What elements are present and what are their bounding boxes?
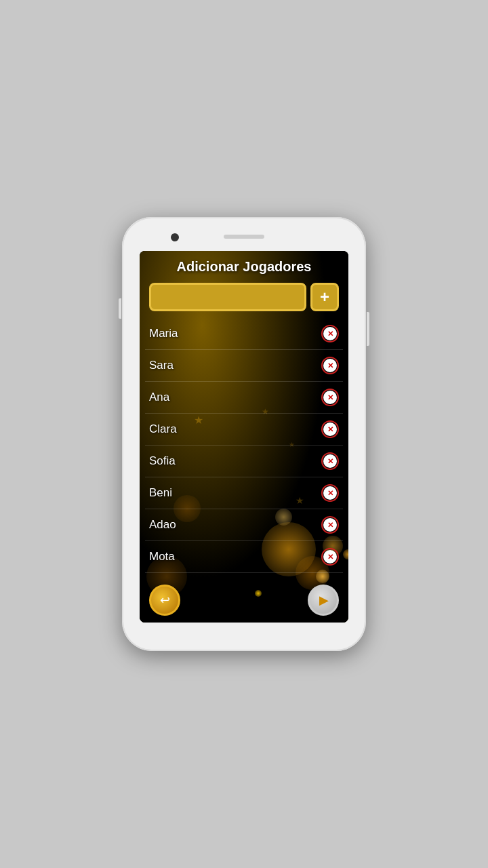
player-row: Sofia✕	[145, 446, 343, 477]
close-icon: ✕	[327, 330, 333, 338]
player-name: Adao	[149, 518, 176, 532]
back-arrow-icon: ↩	[160, 593, 170, 608]
player-name: Sofia	[149, 454, 176, 468]
close-icon: ✕	[327, 393, 333, 402]
page-title: Adicionar Jogadores	[146, 259, 342, 275]
remove-player-button[interactable]: ✕	[321, 484, 339, 502]
player-name: Clara	[149, 422, 177, 436]
player-row: Mota✕	[145, 541, 343, 573]
player-row: Sara✕	[145, 350, 343, 382]
player-row: Clara✕	[145, 414, 343, 446]
bottom-bar: ↩ ▶	[140, 579, 348, 623]
add-player-button[interactable]: +	[310, 283, 339, 311]
play-button[interactable]: ▶	[308, 585, 339, 616]
close-icon: ✕	[327, 361, 333, 370]
player-row: Maria✕	[145, 318, 343, 350]
remove-player-button[interactable]: ✕	[321, 452, 339, 470]
player-name: Mota	[149, 550, 175, 564]
close-icon: ✕	[327, 457, 333, 466]
close-icon: ✕	[327, 521, 333, 530]
speaker	[224, 235, 264, 239]
input-row: +	[140, 280, 348, 318]
screen-content: Adicionar Jogadores + Maria✕Sara✕Ana✕Cla…	[140, 251, 348, 623]
close-icon: ✕	[327, 425, 333, 434]
remove-player-button[interactable]: ✕	[321, 516, 339, 534]
volume-button	[119, 298, 121, 319]
title-bar: Adicionar Jogadores	[140, 251, 348, 280]
remove-player-button[interactable]: ✕	[321, 325, 339, 342]
player-name: Maria	[149, 327, 178, 340]
back-button[interactable]: ↩	[149, 585, 180, 616]
power-button	[367, 312, 369, 346]
camera	[171, 233, 179, 241]
player-row: Beni✕	[145, 477, 343, 509]
play-icon: ▶	[319, 593, 329, 608]
player-name: Beni	[149, 486, 172, 500]
player-row: Ana✕	[145, 382, 343, 414]
phone-screen: ★ ★ ★ ★ Adicionar Jogadores + Maria✕Sara…	[140, 251, 348, 623]
player-name: Ana	[149, 391, 169, 404]
player-name-input[interactable]	[149, 283, 306, 311]
players-list: Maria✕Sara✕Ana✕Clara✕Sofia✕Beni✕Adao✕Mot…	[140, 318, 348, 579]
remove-player-button[interactable]: ✕	[321, 548, 339, 566]
phone-shell: ★ ★ ★ ★ Adicionar Jogadores + Maria✕Sara…	[122, 217, 366, 651]
close-icon: ✕	[327, 489, 333, 498]
player-name: Sara	[149, 359, 174, 372]
remove-player-button[interactable]: ✕	[321, 357, 339, 374]
close-icon: ✕	[327, 553, 333, 561]
remove-player-button[interactable]: ✕	[321, 420, 339, 438]
player-row: Adao✕	[145, 509, 343, 541]
remove-player-button[interactable]: ✕	[321, 389, 339, 406]
